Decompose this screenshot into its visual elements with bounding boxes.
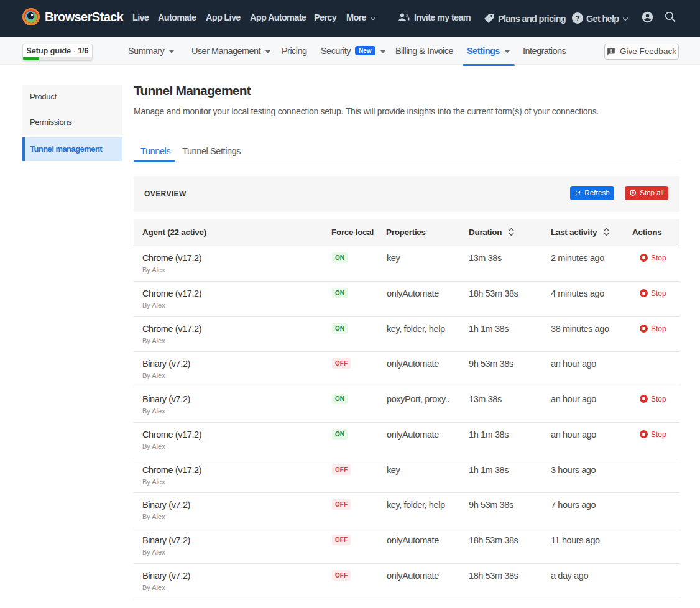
svg-text:?: ? bbox=[576, 14, 580, 22]
